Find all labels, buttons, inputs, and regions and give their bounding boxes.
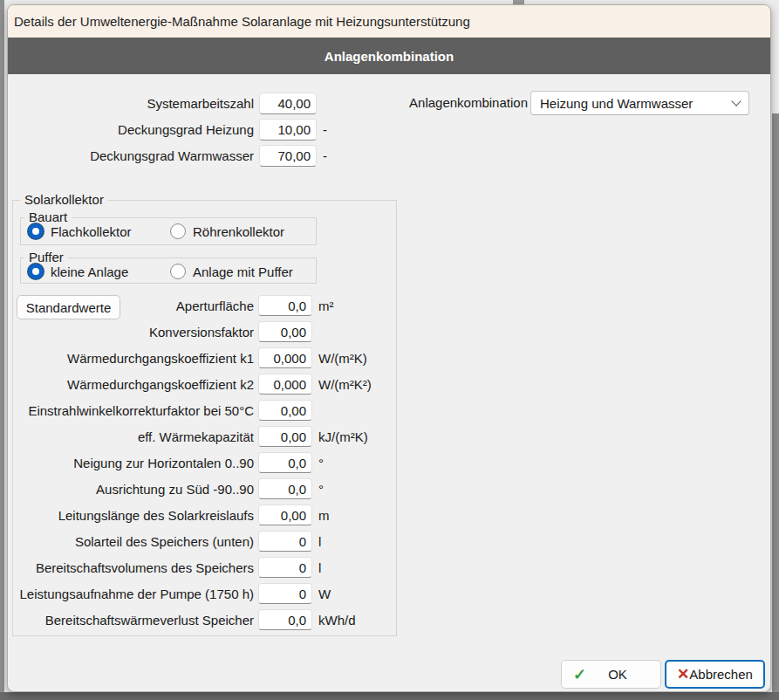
field-unit: l bbox=[318, 560, 321, 575]
radio-kleine-anlage[interactable]: kleine Anlage bbox=[28, 262, 128, 281]
field-label: Neigung zur Horizontalen 0..90 bbox=[13, 456, 254, 470]
top-form: Systemarbeitszahl Deckungsgrad Heizung -… bbox=[8, 90, 327, 168]
field-unit: W/(m²K) bbox=[318, 351, 367, 366]
field-unit: - bbox=[323, 148, 327, 163]
field-row-konversionsfaktor: Konversionsfaktor bbox=[13, 319, 396, 345]
waermeverlust-input[interactable] bbox=[258, 609, 312, 630]
field-label: Bereitschaftswärmeverlust Speicher bbox=[13, 613, 254, 628]
section-header-title: Anlagenkombination bbox=[325, 49, 454, 64]
waermedurchgang-k1-input[interactable] bbox=[258, 347, 312, 368]
bauart-radio-row: Flachkollektor Röhrenkollektor bbox=[28, 222, 316, 241]
field-unit: kJ/(m²K) bbox=[318, 429, 368, 444]
field-unit: W/(m²K²) bbox=[318, 377, 372, 392]
radio-label: kleine Anlage bbox=[51, 264, 128, 279]
ok-button-label: OK bbox=[586, 667, 649, 682]
field-label: Einstrahlwinkelkorrekturfaktor bei 50°C bbox=[13, 403, 254, 418]
field-row-deckungsgrad-warmwasser: Deckungsgrad Warmwasser - bbox=[8, 142, 327, 168]
radio-selected-icon bbox=[28, 223, 44, 239]
puffer-radio-row: kleine Anlage Anlage mit Puffer bbox=[28, 262, 316, 281]
background-right-strip bbox=[772, 113, 779, 700]
einstrahlwinkel-input[interactable] bbox=[258, 400, 312, 421]
field-label: Leistungsaufnahme der Pumpe (1750 h) bbox=[13, 587, 254, 601]
dialog-content: Systemarbeitszahl Deckungsgrad Heizung -… bbox=[8, 74, 770, 692]
field-label: Deckungsgrad Warmwasser bbox=[8, 148, 254, 163]
field-unit: ° bbox=[318, 482, 324, 497]
field-unit: - bbox=[323, 122, 327, 137]
background-left-strip bbox=[0, 0, 4, 700]
field-label: Systemarbeitszahl bbox=[8, 96, 254, 111]
field-row-k1: Wärmedurchgangskoeffizient k1 W/(m²K) bbox=[13, 345, 396, 371]
background-bottom-strip bbox=[0, 692, 779, 700]
field-row-neigung: Neigung zur Horizontalen 0..90 ° bbox=[13, 450, 396, 476]
field-row-bereitschaftsvolumen: Bereitschaftsvolumens des Speichers l bbox=[13, 554, 396, 580]
radio-flachkollektor[interactable]: Flachkollektor bbox=[28, 222, 132, 241]
radio-label: Flachkollektor bbox=[51, 224, 132, 239]
solarteil-speicher-input[interactable] bbox=[258, 531, 312, 552]
field-row-systemarbeitszahl: Systemarbeitszahl bbox=[8, 90, 327, 116]
field-row-solarteil-speicher: Solarteil des Speichers (unten) l bbox=[13, 528, 396, 554]
field-row-aperturflaeche: Aperturfläche m² bbox=[13, 292, 396, 319]
field-label: Aperturfläche bbox=[13, 299, 254, 313]
waermekapazitaet-input[interactable] bbox=[258, 426, 312, 447]
field-row-waermekapazitaet: eff. Wärmekapazität kJ/(m²K) bbox=[13, 423, 396, 450]
chevron-down-icon bbox=[731, 96, 741, 106]
systemarbeitszahl-input[interactable] bbox=[259, 93, 317, 114]
bereitschaftsvolumen-input[interactable] bbox=[258, 557, 312, 578]
x-icon: ✕ bbox=[677, 667, 689, 682]
field-unit: m bbox=[318, 508, 330, 523]
abbrechen-button-label: Abbrechen bbox=[689, 667, 753, 682]
anlagenkombination-select[interactable]: Heizung und Warmwasser bbox=[530, 91, 749, 115]
field-row-leitungslaenge: Leitungslänge des Solarkreislaufs m bbox=[13, 502, 396, 528]
field-unit: l bbox=[318, 534, 321, 549]
field-label: Solarteil des Speichers (unten) bbox=[13, 534, 254, 549]
field-unit: kWh/d bbox=[318, 613, 356, 628]
dialog-title: Details der Umweltenergie-Maßnahme Solar… bbox=[14, 14, 470, 29]
anlagenkombination-label: Anlagenkombination bbox=[399, 91, 528, 115]
dialog-window: Details der Umweltenergie-Maßnahme Solar… bbox=[7, 4, 771, 692]
field-row-ausrichtung: Ausrichtung zu Süd -90..90 ° bbox=[13, 476, 396, 502]
dialog-titlebar: Details der Umweltenergie-Maßnahme Solar… bbox=[8, 5, 770, 38]
anlagenkombination-value: Heizung und Warmwasser bbox=[540, 96, 733, 111]
field-row-einstrahlwinkel: Einstrahlwinkelkorrekturfaktor bei 50°C bbox=[13, 397, 396, 423]
field-row-waermeverlust: Bereitschaftswärmeverlust Speicher kWh/d bbox=[13, 607, 396, 633]
field-label: Wärmedurchgangskoeffizient k2 bbox=[13, 377, 254, 392]
radio-label: Anlage mit Puffer bbox=[193, 264, 293, 279]
field-label: Konversionsfaktor bbox=[13, 325, 254, 340]
neigung-input[interactable] bbox=[258, 452, 312, 473]
leitungslaenge-input[interactable] bbox=[258, 504, 312, 525]
field-label: Wärmedurchgangskoeffizient k1 bbox=[13, 351, 254, 366]
radio-selected-icon bbox=[28, 264, 44, 279]
abbrechen-button[interactable]: ✕ Abbrechen bbox=[665, 660, 765, 689]
radio-label: Röhrenkollektor bbox=[193, 224, 284, 239]
radio-unselected-icon bbox=[170, 264, 186, 279]
solarkollektor-groupbox: Solarkollektor Bauart Flachkollektor Röh… bbox=[12, 200, 397, 636]
ausrichtung-input[interactable] bbox=[258, 478, 312, 499]
aperturflaeche-input[interactable] bbox=[258, 295, 312, 316]
field-row-pumpenleistung: Leistungsaufnahme der Pumpe (1750 h) W bbox=[13, 580, 396, 607]
puffer-groupbox: Puffer kleine Anlage Anlage mit Puffer bbox=[20, 257, 317, 284]
konversionsfaktor-input[interactable] bbox=[258, 321, 312, 342]
field-unit: m² bbox=[318, 299, 334, 313]
bauart-groupbox: Bauart Flachkollektor Röhrenkollektor bbox=[20, 217, 317, 245]
field-label: eff. Wärmekapazität bbox=[13, 429, 254, 444]
field-unit: ° bbox=[318, 456, 324, 470]
field-unit: W bbox=[318, 587, 331, 601]
section-header: Anlagenkombination bbox=[8, 38, 770, 74]
radio-anlage-mit-puffer[interactable]: Anlage mit Puffer bbox=[170, 262, 293, 281]
solar-param-form: Aperturfläche m² Konversionsfaktor Wärme… bbox=[13, 292, 396, 633]
radio-roehrenkollektor[interactable]: Röhrenkollektor bbox=[170, 222, 284, 241]
field-label: Bereitschaftsvolumens des Speichers bbox=[13, 560, 254, 575]
check-icon: ✓ bbox=[573, 667, 586, 683]
deckungsgrad-heizung-input[interactable] bbox=[259, 119, 317, 141]
solarkollektor-legend: Solarkollektor bbox=[20, 192, 108, 207]
field-row-deckungsgrad-heizung: Deckungsgrad Heizung - bbox=[8, 116, 327, 142]
deckungsgrad-warmwasser-input[interactable] bbox=[259, 145, 317, 167]
field-label: Deckungsgrad Heizung bbox=[8, 122, 254, 137]
ok-button[interactable]: ✓ OK bbox=[561, 660, 661, 689]
field-row-k2: Wärmedurchgangskoeffizient k2 W/(m²K²) bbox=[13, 371, 396, 397]
field-label: Ausrichtung zu Süd -90..90 bbox=[13, 482, 254, 497]
pumpenleistung-input[interactable] bbox=[258, 583, 312, 604]
radio-unselected-icon bbox=[170, 223, 186, 239]
field-label: Leitungslänge des Solarkreislaufs bbox=[13, 508, 254, 523]
waermedurchgang-k2-input[interactable] bbox=[258, 374, 312, 395]
